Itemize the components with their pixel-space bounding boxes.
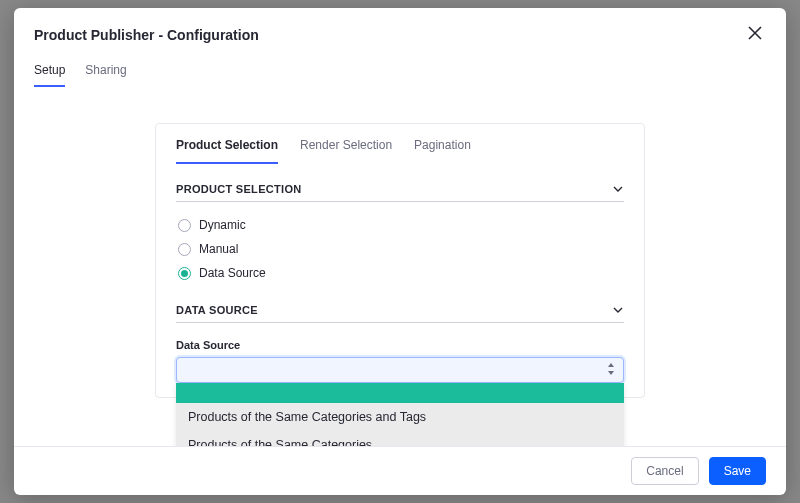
- dropdown-option-blank[interactable]: [176, 383, 624, 403]
- close-button[interactable]: [744, 22, 766, 47]
- chevron-down-icon: [612, 183, 624, 195]
- section-product-selection-header[interactable]: PRODUCT SELECTION: [176, 183, 624, 202]
- modal-footer: Cancel Save: [14, 446, 786, 495]
- radio-label: Dynamic: [199, 218, 246, 232]
- tab-setup[interactable]: Setup: [34, 63, 65, 87]
- radio-manual[interactable]: Manual: [178, 242, 624, 256]
- section-title: DATA SOURCE: [176, 304, 258, 316]
- dropdown-option[interactable]: Products of the Same Categories and Tags: [176, 403, 624, 431]
- dropdown-option[interactable]: Products of the Same Categories: [176, 431, 624, 446]
- section-title: PRODUCT SELECTION: [176, 183, 302, 195]
- data-source-field-label: Data Source: [176, 339, 624, 351]
- radio-icon: [178, 243, 191, 256]
- radio-dynamic[interactable]: Dynamic: [178, 218, 624, 232]
- modal-header: Product Publisher - Configuration Setup …: [14, 8, 786, 87]
- config-modal: Product Publisher - Configuration Setup …: [14, 8, 786, 495]
- tab-pagination[interactable]: Pagination: [414, 138, 471, 164]
- product-selection-radios: Dynamic Manual Data Source: [176, 218, 624, 280]
- modal-title: Product Publisher - Configuration: [34, 27, 259, 43]
- radio-label: Manual: [199, 242, 238, 256]
- section-data-source-header[interactable]: DATA SOURCE: [176, 304, 624, 323]
- modal-body[interactable]: Product Selection Render Selection Pagin…: [14, 87, 786, 446]
- close-icon: [748, 26, 762, 40]
- config-panel: Product Selection Render Selection Pagin…: [155, 123, 645, 398]
- tab-sharing[interactable]: Sharing: [85, 63, 126, 87]
- save-button[interactable]: Save: [709, 457, 766, 485]
- tab-render-selection[interactable]: Render Selection: [300, 138, 392, 164]
- tab-product-selection[interactable]: Product Selection: [176, 138, 278, 164]
- radio-icon: [178, 267, 191, 280]
- top-tabs: Setup Sharing: [34, 63, 766, 87]
- radio-icon: [178, 219, 191, 232]
- chevron-down-icon: [612, 304, 624, 316]
- radio-label: Data Source: [199, 266, 266, 280]
- cancel-button[interactable]: Cancel: [631, 457, 698, 485]
- select-updown-icon: [607, 361, 615, 379]
- data-source-select[interactable]: [176, 357, 624, 383]
- radio-data-source[interactable]: Data Source: [178, 266, 624, 280]
- data-source-select-wrap: Products of the Same Categories and Tags…: [176, 357, 624, 383]
- inner-tabs: Product Selection Render Selection Pagin…: [176, 138, 624, 165]
- data-source-dropdown: Products of the Same Categories and Tags…: [176, 383, 624, 446]
